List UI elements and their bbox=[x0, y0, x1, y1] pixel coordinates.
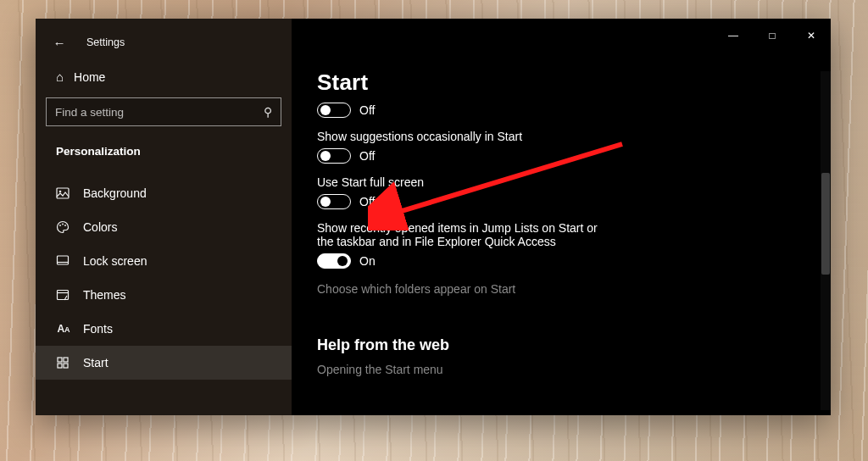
sidebar-item-fonts[interactable]: AA Fonts bbox=[36, 312, 292, 346]
svg-rect-0 bbox=[57, 188, 69, 198]
themes-icon bbox=[56, 288, 71, 302]
app-title: Settings bbox=[86, 36, 125, 48]
setting-label: Show suggestions occasionally in Start bbox=[317, 130, 819, 143]
palette-icon bbox=[56, 220, 71, 234]
sidebar-item-label: Start bbox=[83, 356, 108, 369]
sidebar-item-label: Colors bbox=[83, 220, 117, 234]
sidebar-item-label: Background bbox=[83, 186, 147, 200]
choose-folders-link[interactable]: Choose which folders appear on Start bbox=[317, 282, 819, 296]
toggle-state: On bbox=[359, 254, 376, 268]
svg-rect-6 bbox=[58, 291, 69, 300]
search-box[interactable]: ⚲ bbox=[46, 97, 281, 126]
scrollbar[interactable] bbox=[821, 71, 831, 410]
svg-rect-5 bbox=[58, 256, 69, 264]
sidebar-home-label: Home bbox=[74, 70, 105, 84]
setting-label: Use Start full screen bbox=[317, 175, 819, 189]
fonts-icon: AA bbox=[56, 323, 71, 335]
help-heading: Help from the web bbox=[317, 336, 819, 354]
search-icon: ⚲ bbox=[264, 105, 272, 119]
sidebar-item-themes[interactable]: Themes bbox=[36, 278, 292, 312]
lockscreen-icon bbox=[56, 254, 71, 268]
content-pane: — □ ✕ Start Off Show suggestions occasio… bbox=[292, 19, 831, 415]
maximize-button[interactable]: □ bbox=[753, 19, 792, 53]
toggle[interactable] bbox=[317, 148, 351, 164]
sidebar-item-label: Lock screen bbox=[83, 254, 147, 268]
setting-label: Show recently opened items in Jump Lists… bbox=[317, 221, 605, 248]
sidebar-item-label: Fonts bbox=[83, 322, 113, 336]
picture-icon bbox=[56, 186, 71, 200]
search-input[interactable] bbox=[55, 106, 264, 119]
setting-start-full-screen: Use Start full screen Off bbox=[317, 175, 819, 209]
toggle-state: Off bbox=[359, 195, 375, 208]
help-link[interactable]: Opening the Start menu bbox=[317, 363, 819, 376]
toggle[interactable] bbox=[317, 194, 351, 209]
sidebar-item-colors[interactable]: Colors bbox=[36, 210, 292, 244]
svg-point-2 bbox=[59, 225, 61, 226]
sidebar-item-label: Themes bbox=[83, 288, 126, 302]
scroll-area: Start Off Show suggestions occasionally … bbox=[317, 69, 819, 415]
setting-partial: Off bbox=[317, 103, 819, 118]
svg-rect-8 bbox=[64, 358, 68, 362]
setting-recent-jumplists: Show recently opened items in Jump Lists… bbox=[317, 221, 819, 269]
sidebar-item-start[interactable]: Start bbox=[36, 346, 292, 380]
settings-window: ← Settings ⌂ Home ⚲ Personalization Back… bbox=[36, 19, 831, 415]
back-button[interactable]: ← bbox=[47, 36, 71, 50]
svg-point-3 bbox=[62, 224, 64, 225]
scrollbar-thumb[interactable] bbox=[821, 173, 830, 275]
setting-show-suggestions: Show suggestions occasionally in Start O… bbox=[317, 130, 819, 164]
sidebar-item-background[interactable]: Background bbox=[36, 176, 292, 210]
page-title: Start bbox=[317, 69, 819, 96]
sidebar-item-lockscreen[interactable]: Lock screen bbox=[36, 244, 292, 278]
toggle-state: Off bbox=[359, 103, 375, 117]
sidebar-home[interactable]: ⌂ Home bbox=[36, 56, 292, 96]
toggle[interactable] bbox=[317, 103, 351, 118]
home-icon: ⌂ bbox=[56, 69, 64, 84]
svg-point-4 bbox=[64, 225, 66, 226]
sidebar-nav: Background Colors Lock screen Themes AA … bbox=[36, 176, 292, 380]
svg-rect-10 bbox=[64, 364, 68, 368]
section-heading: Personalization bbox=[36, 126, 292, 164]
sidebar: ← Settings ⌂ Home ⚲ Personalization Back… bbox=[36, 19, 292, 415]
toggle[interactable] bbox=[317, 253, 351, 269]
window-controls: — □ ✕ bbox=[714, 19, 831, 53]
toggle-state: Off bbox=[359, 149, 375, 163]
start-icon bbox=[56, 356, 71, 369]
minimize-button[interactable]: — bbox=[714, 19, 753, 53]
close-button[interactable]: ✕ bbox=[792, 19, 831, 53]
svg-point-1 bbox=[59, 191, 62, 193]
svg-rect-9 bbox=[58, 364, 62, 368]
svg-rect-7 bbox=[58, 358, 62, 362]
